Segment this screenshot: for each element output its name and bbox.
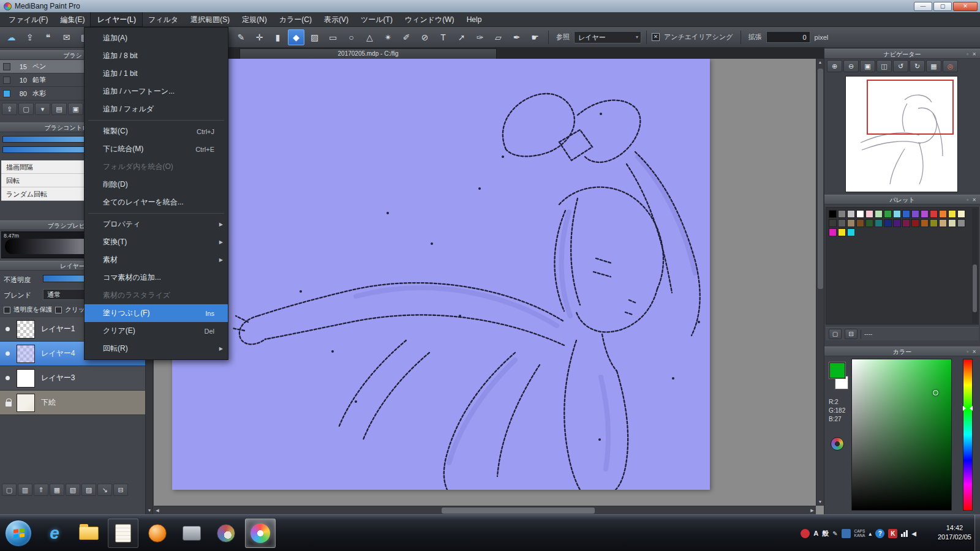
color-swatch[interactable]: [838, 219, 846, 227]
scroll-left-icon[interactable]: ◀: [154, 507, 161, 514]
color-swatch[interactable]: [902, 210, 910, 218]
menu-編集(E)[interactable]: 編集(E): [54, 12, 91, 26]
panel-popout-icon[interactable]: ▫ ✕: [967, 195, 978, 205]
flip-view-icon[interactable]: ▦: [926, 60, 941, 72]
tray-caps-kana[interactable]: CAPSKANA: [854, 528, 865, 538]
color-swatch[interactable]: [865, 219, 873, 227]
rotate-right-icon[interactable]: ↻: [910, 60, 925, 72]
antialias-checkbox[interactable]: ✕: [652, 33, 660, 41]
canvas-vscrollbar[interactable]: ▲ ▼: [816, 59, 824, 506]
layer-menu-item[interactable]: 回転(R)▶: [85, 340, 228, 358]
color-swatch[interactable]: [939, 210, 947, 218]
color-swatch[interactable]: [948, 219, 956, 227]
color-swatch[interactable]: [930, 219, 938, 227]
foreground-color-swatch[interactable]: [829, 362, 845, 378]
menu-表示(V)[interactable]: 表示(V): [318, 12, 355, 26]
color-swatch[interactable]: [921, 210, 929, 218]
layer-menu-item[interactable]: 素材▶: [85, 251, 228, 269]
scrollbar-thumb[interactable]: [818, 69, 823, 289]
close-button[interactable]: ✕: [953, 2, 978, 11]
notes-app[interactable]: [108, 519, 138, 548]
visibility-icon[interactable]: [6, 327, 10, 331]
shape-tool[interactable]: ▮: [270, 29, 286, 45]
operation-tool[interactable]: ➚: [453, 29, 470, 45]
select-ellipse-tool[interactable]: ○: [343, 29, 360, 45]
color-swatch[interactable]: [884, 219, 892, 227]
color-swatch[interactable]: [838, 210, 846, 218]
layer-menu-item[interactable]: 追加 / ハーフトーン...: [85, 83, 228, 100]
protect-alpha-checkbox[interactable]: [4, 307, 10, 313]
reset-view-icon[interactable]: ◎: [943, 60, 958, 72]
brush-folder-icon[interactable]: ▣: [68, 103, 83, 115]
select-rect-tool[interactable]: ▭: [325, 29, 341, 45]
minimize-button[interactable]: —: [914, 2, 932, 11]
canvas-viewport[interactable]: ▲ ▼ ◀ ▶: [154, 59, 824, 514]
upload-icon[interactable]: ⇪: [21, 29, 38, 45]
layer-menu-item[interactable]: 追加 / 8 bit: [85, 47, 228, 65]
folder-layer-icon[interactable]: ▧: [66, 484, 80, 496]
saturation-value-picker[interactable]: [851, 359, 952, 511]
device-utility[interactable]: [176, 519, 207, 548]
bucket-tool[interactable]: ◆: [288, 29, 304, 45]
material-layer-icon[interactable]: ▨: [81, 484, 96, 496]
color-swatch[interactable]: [948, 210, 956, 218]
visibility-icon[interactable]: [6, 376, 10, 380]
reference-select[interactable]: レイヤー ▾: [574, 31, 641, 43]
layer-menu-item[interactable]: コマ素材の追加...: [85, 269, 228, 287]
delete-swatch-icon[interactable]: ⊟: [845, 329, 858, 339]
color-swatch[interactable]: [911, 210, 919, 218]
canvas[interactable]: [172, 59, 710, 490]
layer-menu-item[interactable]: 追加 / 1 bit: [85, 65, 228, 83]
tray-antivirus-icon[interactable]: K: [888, 528, 897, 538]
layer-row-下絵[interactable]: 下絵: [0, 391, 145, 415]
add-swatch-icon[interactable]: ▢: [829, 329, 842, 339]
menu-ファイル(F)[interactable]: ファイル(F): [2, 12, 54, 26]
scroll-down-icon[interactable]: ▼: [146, 507, 153, 514]
eyedropper-tool[interactable]: ✒: [508, 29, 525, 45]
color-swatch[interactable]: [902, 219, 910, 227]
color-swatch[interactable]: [911, 219, 919, 227]
brush-menu-icon[interactable]: ▾: [35, 103, 50, 115]
gradient-tool[interactable]: ▨: [306, 29, 323, 45]
internet-explorer[interactable]: e: [39, 519, 70, 548]
paint-app[interactable]: [211, 519, 241, 548]
scrollbar-thumb[interactable]: [973, 264, 977, 312]
brush-new-icon[interactable]: ▢: [18, 103, 34, 115]
layer-menu-item[interactable]: 全てのレイヤーを統合...: [85, 193, 228, 211]
scrollbar-thumb[interactable]: [442, 508, 595, 514]
magic-wand-tool[interactable]: ✴: [380, 29, 396, 45]
menu-ウィンドウ(W)[interactable]: ウィンドウ(W): [399, 12, 461, 26]
expand-input[interactable]: [766, 31, 810, 43]
color-swatch[interactable]: [856, 219, 864, 227]
clipping-checkbox[interactable]: [55, 307, 62, 313]
text-tool[interactable]: T: [435, 29, 451, 45]
start-button[interactable]: [5, 520, 32, 547]
eraser-tool[interactable]: ▱: [490, 29, 507, 45]
layer-menu-item[interactable]: 塗りつぶし(F)Ins: [85, 304, 228, 322]
color-swatch[interactable]: [921, 219, 929, 227]
menu-ツール(T)[interactable]: ツール(T): [355, 12, 399, 26]
taskbar-clock[interactable]: 14:42 2017/02/05: [938, 523, 971, 542]
palette-mode-icon[interactable]: [831, 437, 844, 451]
layer-menu-item[interactable]: 素材のラスタライズ: [85, 287, 228, 304]
navigator-view-rect[interactable]: [867, 80, 954, 135]
hue-slider[interactable]: [963, 359, 973, 511]
fit-window-icon[interactable]: ▣: [860, 60, 875, 72]
layer-menu-item[interactable]: 下に統合(M)Ctrl+E: [85, 140, 228, 158]
menu-レイヤー(L)[interactable]: レイヤー(L): [91, 12, 142, 26]
color-swatch[interactable]: [957, 219, 965, 227]
zoom-in-icon[interactable]: ⊕: [827, 60, 842, 72]
add-layer-icon[interactable]: ▢: [2, 484, 17, 496]
menu-選択範囲(S)[interactable]: 選択範囲(S): [184, 12, 236, 26]
scroll-down-icon[interactable]: ▼: [816, 498, 824, 506]
layer-row-レイヤー3[interactable]: レイヤー3: [0, 366, 145, 391]
halftone-layer-icon[interactable]: ▦: [50, 484, 64, 496]
layer-menu-item[interactable]: 削除(D): [85, 176, 228, 193]
message-icon[interactable]: ✉: [58, 29, 75, 45]
menu-定規(N)[interactable]: 定規(N): [236, 12, 273, 26]
brush-tool[interactable]: ✑: [472, 29, 488, 45]
document-tab[interactable]: 20170205.mdp - C:/fig: [239, 48, 497, 59]
tray-volume-icon[interactable]: ◀: [911, 528, 916, 538]
color-swatch[interactable]: [847, 210, 855, 218]
show-desktop-button[interactable]: [974, 515, 980, 551]
